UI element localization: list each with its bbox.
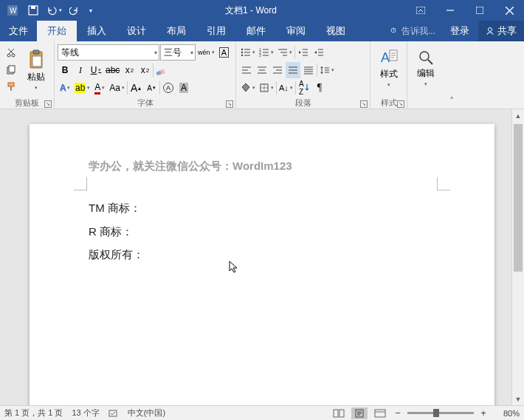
web-layout-icon[interactable] [372,407,388,419]
zoom-level[interactable]: 80% [493,409,520,418]
vertical-scrollbar[interactable]: ▲ ▼ [511,109,524,405]
align-center-button[interactable] [255,62,269,78]
word-app-icon[interactable]: W [3,1,22,19]
decrease-indent-button[interactable] [296,44,311,61]
editing-group-label [407,97,444,109]
zoom-slider[interactable] [407,412,474,414]
show-marks-button[interactable]: ¶ [312,80,327,96]
status-language[interactable]: 中文(中国) [128,407,165,419]
bold-button[interactable]: B [58,62,72,78]
zoom-slider-thumb[interactable] [433,409,439,417]
font-name-combo[interactable]: 等线▾ [58,44,159,61]
svg-rect-3 [31,6,35,9]
doc-line[interactable]: TM 商标： [89,196,435,220]
format-painter-icon[interactable] [3,78,19,94]
font-size-combo[interactable]: 三号▾ [160,44,196,61]
tab-mailings[interactable]: 邮件 [236,21,276,41]
tell-me-search[interactable]: 告诉我... [384,25,441,38]
font-color-button[interactable]: A▾ [92,80,107,96]
share-button[interactable]: 共享 [478,21,524,41]
doc-line[interactable]: R 商标： [89,220,435,244]
tab-layout[interactable]: 布局 [156,21,196,41]
copy-icon[interactable] [3,61,19,78]
status-page[interactable]: 第 1 页，共 1 页 [4,407,63,419]
status-words[interactable]: 13 个字 [72,407,99,419]
zoom-in-button[interactable]: + [478,407,489,419]
italic-button[interactable]: I [73,62,88,78]
document-content[interactable]: TM 商标： R 商标： 版权所有： [89,196,435,266]
paste-button[interactable]: 粘贴 ▾ [21,44,51,94]
paragraph-launcher-icon[interactable]: ↘ [360,100,368,108]
tab-file[interactable]: 文件 [0,21,37,41]
minimize-icon[interactable] [435,0,465,21]
svg-point-25 [241,49,243,50]
align-right-button[interactable] [270,62,285,78]
svg-rect-75 [339,410,344,417]
clipboard-group-label: 剪贴板 [15,97,39,109]
grow-font-button[interactable]: A▴ [128,80,143,96]
numbering-button[interactable]: 123▾ [258,44,275,61]
font-launcher-icon[interactable]: ↘ [226,100,233,108]
tab-home[interactable]: 开始 [37,21,77,41]
ribbon-display-options-icon[interactable] [406,0,435,21]
justify-button[interactable] [286,62,300,78]
svg-rect-21 [33,50,39,54]
shrink-font-button[interactable]: A▾ [144,80,159,96]
enclose-characters-icon[interactable]: A [161,80,176,96]
scroll-thumb[interactable] [514,124,523,272]
tab-review[interactable]: 审阅 [276,21,316,41]
clipboard-launcher-icon[interactable]: ↘ [44,100,52,108]
close-icon[interactable] [494,0,524,21]
bullets-button[interactable]: ▾ [239,44,257,61]
multilevel-list-button[interactable]: ▾ [276,44,294,61]
group-paragraph: ▾ 123▾ ▾ ▾ ▾ ▾ A↓▾ [236,41,370,109]
svg-point-11 [489,28,492,32]
svg-rect-22 [32,56,41,66]
scroll-down-icon[interactable]: ▼ [512,393,524,405]
status-proofing-icon[interactable] [108,409,119,418]
zoom-out-button[interactable]: − [393,407,403,419]
sort-button[interactable]: AZ [297,80,311,96]
editing-button[interactable]: 编辑 ▾ [409,43,443,93]
shading-button[interactable]: ▾ [239,80,257,96]
font-name-value: 等线 [61,47,79,59]
undo-icon[interactable]: ▾ [44,1,63,19]
increase-indent-button[interactable] [311,44,326,61]
redo-icon[interactable] [65,1,84,19]
character-border-icon[interactable]: A [217,44,232,61]
change-case-button[interactable]: Aa▾ [108,80,126,96]
cut-icon[interactable] [3,44,19,61]
styles-button[interactable]: A 样式 ▾ [372,43,405,93]
tab-insert[interactable]: 插入 [77,21,117,41]
scroll-up-icon[interactable]: ▲ [512,109,524,122]
superscript-button[interactable]: x2 [137,62,152,78]
subscript-button[interactable]: x2 [122,62,137,78]
line-spacing-button[interactable]: ▾ [318,62,336,78]
tab-view[interactable]: 视图 [316,21,356,41]
highlight-button[interactable]: ab▾ [73,80,92,96]
collapse-ribbon-icon[interactable]: ˄ [444,41,459,109]
doc-line[interactable]: 版权所有： [89,243,435,266]
read-mode-icon[interactable] [331,407,347,419]
distributed-button[interactable] [301,62,316,78]
styles-launcher-icon[interactable]: ↘ [397,100,404,108]
strikethrough-button[interactable]: abc [104,62,121,78]
underline-button[interactable]: U▾ [89,62,103,78]
tab-design[interactable]: 设计 [117,21,156,41]
clear-formatting-icon[interactable] [154,62,169,78]
print-layout-icon[interactable] [351,407,368,419]
login-link[interactable]: 登录 [441,24,478,38]
tab-references[interactable]: 引用 [196,21,236,41]
save-icon[interactable] [24,1,43,19]
borders-button[interactable]: ▾ [258,80,275,96]
qat-customize-icon[interactable]: ▾ [86,1,96,19]
quick-access-toolbar: W ▾ ▾ [0,1,96,19]
align-left-button[interactable] [239,62,254,78]
text-effects-button[interactable]: A▾ [58,80,72,96]
page[interactable]: 学办公，就关注微信公众号：WordIm123 TM 商标： R 商标： 版权所有… [30,124,494,405]
asian-layout-button[interactable]: A↓▾ [277,80,294,96]
character-shading-icon[interactable]: A [176,80,191,96]
phonetic-guide-icon[interactable]: wén▾ [196,44,216,61]
maximize-icon[interactable] [465,0,494,21]
svg-rect-17 [9,66,15,72]
